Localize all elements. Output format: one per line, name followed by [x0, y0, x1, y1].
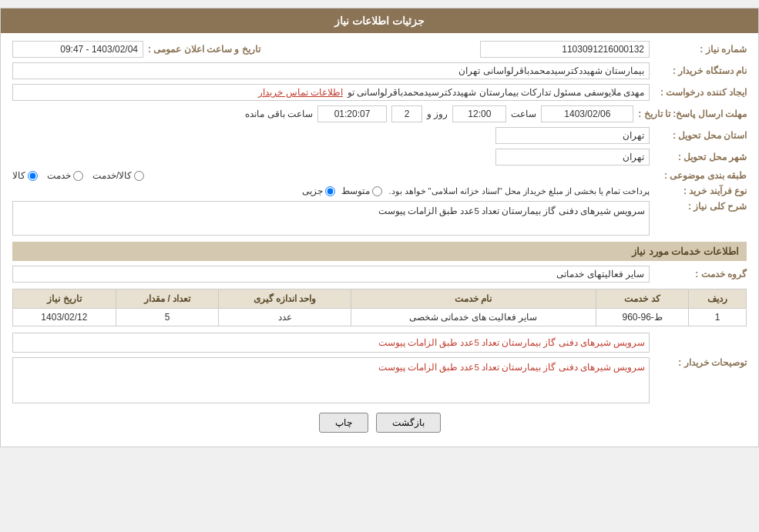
radio-kala-khedmat-label: کالا/خدمت	[92, 170, 132, 181]
cell-radif: 1	[689, 309, 747, 326]
table-row: 1 ط-96-960 سایر فعالیت های خدماتی شخصی ع…	[13, 309, 747, 326]
row-tosih: توصیحات خریدار : سرویس شیرهای دفنی گاز ب…	[12, 357, 747, 403]
row-gorohe: گروه خدمت : سایر فعالیتهای خدماتی	[12, 266, 747, 283]
sharh-koli-value: سرویس شیرهای دفنی گاز بیمارستان تعداد 5ع…	[12, 201, 650, 236]
services-table-section: ردیف کد خدمت نام خدمت واحد اندازه گیری ت…	[12, 289, 747, 326]
col-tarikh: تاریخ نیاز	[13, 289, 116, 309]
radio-jozvi-label: جزیی	[302, 186, 323, 196]
radio-jozvi-item: جزیی	[302, 186, 335, 196]
mohlat-date: 1403/02/06	[541, 105, 633, 122]
radio-kala-khedmat-item: کالا/خدمت	[92, 170, 144, 181]
tarikh-label: تاریخ و ساعت اعلان عمومی :	[148, 44, 260, 55]
gorohe-label: گروه خدمت :	[654, 269, 747, 279]
mohlat-label: مهلت ارسال پاسخ: تا تاریخ :	[638, 109, 747, 119]
roz-value: 2	[391, 105, 422, 122]
col-radif: ردیف	[689, 289, 747, 309]
table-note-value: سرویس شیرهای دفنی گاز بیمارستان تعداد 5ع…	[12, 333, 650, 353]
row-table-note: سرویس شیرهای دفنی گاز بیمارستان تعداد 5ع…	[12, 333, 747, 353]
saat-label: ساعت	[511, 109, 536, 119]
row-shomara: شماره نیاز : 1103091216000132 تاریخ و سا…	[12, 41, 747, 58]
ijad-link[interactable]: اطلاعات تماس خریدار	[258, 87, 343, 98]
shahr-label: شهر محل تحویل :	[654, 152, 747, 162]
radio-kala-khedmat[interactable]	[134, 171, 144, 181]
cell-nam: سایر فعالیت های خدماتی شخصی	[351, 309, 596, 326]
table-header-row: ردیف کد خدمت نام خدمت واحد اندازه گیری ت…	[13, 289, 747, 309]
radio-motaset[interactable]	[372, 186, 382, 196]
ijad-value: مهدی ملایوسفی مسئول تدارکات بیمارستان شه…	[348, 87, 644, 98]
radio-kala-item: کالا	[12, 170, 38, 181]
col-nam: نام خدمت	[351, 289, 596, 309]
shomara-niaz-value: 1103091216000132	[480, 41, 650, 58]
tarikh-value: 1403/02/04 - 09:47	[12, 41, 143, 58]
row-mohlat: مهلت ارسال پاسخ: تا تاریخ : 1403/02/06 س…	[12, 105, 747, 122]
tabaqe-radio-group: کالا/خدمت خدمت کالا	[12, 170, 650, 181]
bottom-buttons: بازگشت چاپ	[12, 413, 747, 433]
process-note: پرداخت تمام یا بخشی از مبلغ خریداز محل "…	[388, 186, 650, 196]
radio-kala-label: کالا	[12, 170, 25, 181]
radio-khedmat[interactable]	[73, 171, 83, 181]
radio-motaset-label: متوسط	[341, 186, 370, 196]
row-shahr: شهر محل تحویل : تهران	[12, 149, 747, 166]
page-title: جزئیات اطلاعات نیاز	[334, 15, 425, 27]
roz-label: روز و	[427, 109, 448, 119]
ostan-label: استان محل تحویل :	[654, 130, 747, 141]
cell-vahed: عدد	[219, 309, 351, 326]
nam-dastgah-label: نام دستگاه خریدار :	[654, 65, 747, 76]
radio-jozvi[interactable]	[325, 186, 335, 196]
print-button[interactable]: چاپ	[319, 413, 368, 433]
ettelaat-khadamat-header: اطلاعات خدمات مورد نیاز	[12, 242, 747, 261]
radio-motaset-item: متوسط	[341, 186, 382, 196]
sharh-koli-label: شرح کلی نیاز :	[654, 201, 747, 212]
cell-kod: ط-96-960	[596, 309, 688, 326]
row-farayand: نوع فرآیند خرید : پرداخت تمام یا بخشی از…	[12, 186, 747, 196]
col-kod: کد خدمت	[596, 289, 688, 309]
row-sharh-koli: شرح کلی نیاز : سرویس شیرهای دفنی گاز بیم…	[12, 201, 747, 236]
tabaqe-label: طبقه بندی موضوعی :	[654, 170, 747, 181]
tosih-value: سرویس شیرهای دفنی گاز بیمارستان تعداد 5ع…	[12, 357, 650, 403]
col-vahed: واحد اندازه گیری	[219, 289, 351, 309]
farayand-content: پرداخت تمام یا بخشی از مبلغ خریداز محل "…	[12, 186, 650, 196]
radio-khedmat-item: خدمت	[47, 170, 83, 181]
ijad-label: ایجاد کننده درخواست :	[654, 87, 747, 98]
gorohe-value: سایر فعالیتهای خدماتی	[12, 266, 650, 283]
shahr-value: تهران	[495, 149, 650, 166]
ostan-value: تهران	[495, 127, 650, 144]
page-header: جزئیات اطلاعات نیاز	[1, 8, 758, 33]
shomara-niaz-label: شماره نیاز :	[654, 44, 747, 55]
radio-kala[interactable]	[28, 171, 38, 181]
nam-dastgah-value: بیمارستان شهیددکترسیدمحمدباقرلواسانی تهر…	[12, 62, 650, 79]
row-nam-dastgah: نام دستگاه خریدار : بیمارستان شهیددکترسی…	[12, 62, 747, 79]
cell-tarikh: 1403/02/12	[13, 309, 116, 326]
row-ostan: استان محل تحویل : تهران	[12, 127, 747, 144]
cell-tedad: 5	[116, 309, 219, 326]
back-button[interactable]: بازگشت	[376, 413, 441, 433]
row-tabaqe: طبقه بندی موضوعی : کالا/خدمت خدمت کالا	[12, 170, 747, 181]
baqi-label: ساعت باقی مانده	[245, 109, 313, 119]
ijad-field: مهدی ملایوسفی مسئول تدارکات بیمارستان شه…	[12, 84, 650, 101]
tosih-label: توصیحات خریدار :	[654, 357, 747, 368]
baqi-value: 01:20:07	[317, 105, 387, 122]
farayand-label: نوع فرآیند خرید :	[654, 186, 747, 196]
main-container: جزئیات اطلاعات نیاز شماره نیاز : 1103091…	[0, 8, 759, 447]
saat-value: 12:00	[452, 105, 506, 122]
content-area: شماره نیاز : 1103091216000132 تاریخ و سا…	[1, 33, 758, 447]
radio-khedmat-label: خدمت	[47, 170, 71, 181]
row-ijad: ایجاد کننده درخواست : مهدی ملایوسفی مسئو…	[12, 84, 747, 101]
services-table: ردیف کد خدمت نام خدمت واحد اندازه گیری ت…	[12, 289, 747, 326]
col-tedad: تعداد / مقدار	[116, 289, 219, 309]
